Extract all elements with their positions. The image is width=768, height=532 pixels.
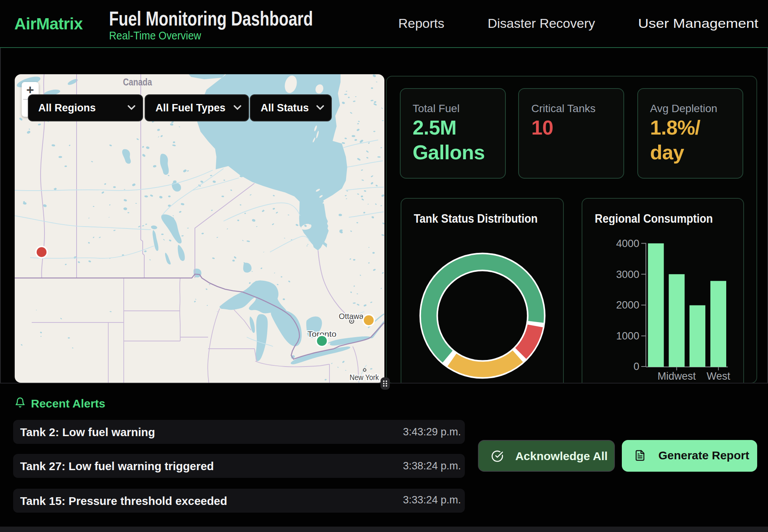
svg-text:0: 0: [633, 361, 639, 372]
svg-text:4000: 4000: [616, 238, 639, 249]
svg-text:West: West: [706, 370, 730, 382]
svg-text:Ottawa: Ottawa: [339, 312, 364, 321]
svg-text:1000: 1000: [616, 330, 639, 342]
svg-text:New York: New York: [350, 373, 379, 382]
svg-text:2000: 2000: [616, 299, 639, 311]
svg-text:Canada: Canada: [123, 77, 152, 87]
svg-text:Midwest: Midwest: [657, 370, 695, 382]
svg-text:3000: 3000: [616, 269, 639, 280]
